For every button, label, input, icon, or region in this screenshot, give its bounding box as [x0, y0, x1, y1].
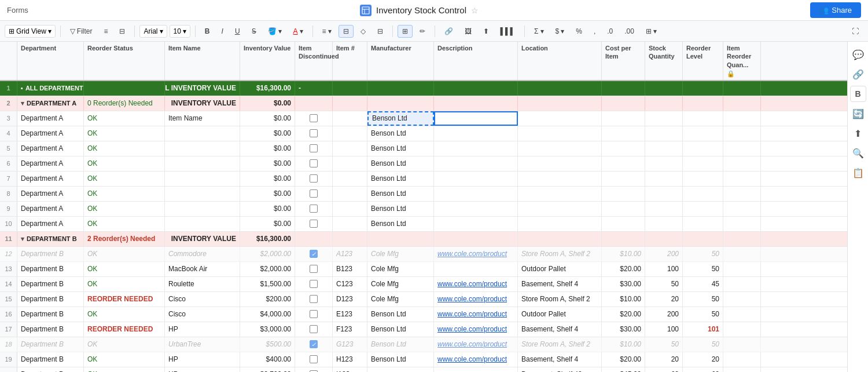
loc-cell[interactable]: Outdoor Pallet	[518, 307, 602, 322]
item-name-cell[interactable]: Commodore	[165, 247, 240, 261]
grid-view-dropdown[interactable]: ⊞ Grid View ▾	[5, 25, 56, 38]
checkbox[interactable]	[310, 144, 318, 152]
refresh-icon[interactable]: 🔄	[850, 105, 866, 122]
item-reorder-cell[interactable]	[723, 111, 761, 126]
forms-view-button[interactable]: ✏	[415, 25, 430, 38]
zoom-icon[interactable]: 🔍	[850, 145, 866, 161]
bold-button[interactable]: B	[200, 25, 215, 38]
column-button[interactable]: ⊟	[115, 25, 130, 38]
share-button[interactable]: 👥 Share	[810, 2, 861, 18]
mfr-cell[interactable]: Benson Ltd	[367, 172, 434, 186]
loc-cell[interactable]	[518, 187, 602, 201]
item-name-cell[interactable]: Item Name	[165, 111, 240, 126]
checkbox-checked[interactable]: ✓	[310, 340, 318, 348]
dept-cell[interactable]: Department A	[17, 126, 84, 141]
loc-cell[interactable]: Outdoor Pallet	[518, 262, 602, 276]
item-name-cell[interactable]: UrbanTree	[165, 337, 240, 352]
item-reorder-cell[interactable]	[723, 187, 761, 201]
item-name-cell[interactable]: Cisco	[165, 307, 240, 322]
forms-link[interactable]: Forms	[7, 6, 28, 14]
star-icon[interactable]: ☆	[471, 6, 479, 15]
item-disc-cell[interactable]	[295, 156, 333, 171]
desc-link[interactable]: www.cole.com/product	[437, 310, 507, 318]
inv-val-cell[interactable]: $200.00	[240, 292, 295, 307]
item-disc-cell[interactable]	[295, 126, 333, 141]
dept-cell[interactable]: Department B	[17, 352, 84, 367]
inv-val-cell[interactable]: $4,000.00	[240, 307, 295, 322]
inv-val-cell[interactable]: $500.00	[240, 337, 295, 352]
cost-cell[interactable]: $20.00	[602, 307, 645, 322]
item-reorder-cell[interactable]	[723, 322, 761, 337]
cost-cell[interactable]: $10.00	[602, 247, 645, 261]
reorder-lvl-cell[interactable]	[683, 202, 723, 216]
stock-qty-cell[interactable]: 200	[645, 307, 683, 322]
item-reorder-cell[interactable]	[723, 126, 761, 141]
inv-val-cell[interactable]: $2,000.00	[240, 247, 295, 261]
dept-cell[interactable]: Department A	[17, 111, 84, 126]
item-name-cell[interactable]: MacBook Air	[165, 262, 240, 276]
item-reorder-cell[interactable]	[723, 337, 761, 352]
mfr-cell[interactable]: Benson Ltd	[367, 126, 434, 141]
stock-qty-cell[interactable]: 20	[645, 292, 683, 307]
clipboard-icon[interactable]: 📋	[850, 165, 866, 181]
item-disc-cell[interactable]	[295, 172, 333, 186]
stock-qty-cell[interactable]: 100	[645, 262, 683, 276]
text-color-button[interactable]: A ▾	[289, 25, 308, 38]
reorder-cell[interactable]: OK	[84, 141, 165, 156]
desc-cell[interactable]: www.cole.com/product	[434, 247, 518, 261]
reorder-cell[interactable]: OK	[84, 187, 165, 201]
cost-cell[interactable]	[602, 172, 645, 186]
loc-cell[interactable]	[518, 202, 602, 216]
cost-cell[interactable]	[602, 187, 645, 201]
link-button[interactable]: 🔗	[440, 25, 458, 38]
item-disc-cell[interactable]	[295, 141, 333, 156]
dept-cell[interactable]: Department B	[17, 337, 84, 352]
reorder-cell[interactable]: OK	[84, 352, 165, 367]
item-num-cell[interactable]: H123	[333, 352, 367, 367]
dept-cell[interactable]: Department A	[17, 187, 84, 201]
loc-cell[interactable]	[518, 156, 602, 171]
mfr-cell[interactable]: Cole Mfg	[367, 247, 434, 261]
item-reorder-cell[interactable]	[723, 202, 761, 216]
item-disc-cell[interactable]	[295, 262, 333, 276]
item-reorder-cell[interactable]	[723, 277, 761, 291]
stock-qty-cell[interactable]	[645, 111, 683, 126]
item-num-cell[interactable]	[333, 156, 367, 171]
reorder-cell[interactable]: OK	[84, 277, 165, 291]
item-disc-cell[interactable]	[295, 111, 333, 126]
checkbox[interactable]	[310, 220, 318, 228]
item-name-cell[interactable]	[165, 126, 240, 141]
item-disc-cell[interactable]	[295, 217, 333, 231]
reorder-cell[interactable]: OK	[84, 217, 165, 231]
mfr-cell[interactable]	[367, 367, 434, 372]
stock-qty-cell[interactable]: 100	[645, 322, 683, 337]
inv-val-cell[interactable]: $0.00	[240, 126, 295, 141]
dept-cell[interactable]: Department B	[17, 307, 84, 322]
item-disc-cell[interactable]: ✓	[295, 247, 333, 261]
inv-val-cell[interactable]: $0.00	[240, 156, 295, 171]
item-disc-cell[interactable]	[295, 352, 333, 367]
item-disc-cell[interactable]	[295, 202, 333, 216]
item-reorder-cell[interactable]	[723, 307, 761, 322]
reorder-lvl-cell[interactable]	[683, 187, 723, 201]
item-num-cell[interactable]	[333, 111, 367, 126]
bold-sidebar-icon[interactable]: B	[850, 86, 866, 102]
inv-val-cell[interactable]: $3,000.00	[240, 322, 295, 337]
item-name-cell[interactable]: Roulette	[165, 277, 240, 291]
mfr-cell[interactable]: Benson Ltd	[367, 111, 434, 126]
desc-cell[interactable]: www.cole.com/product	[434, 307, 518, 322]
reorder-cell[interactable]: OK	[84, 202, 165, 216]
reorder-lvl-cell[interactable]: 50	[683, 247, 723, 261]
dept-cell[interactable]: Department A	[17, 156, 84, 171]
mfr-cell[interactable]: Benson Ltd	[367, 352, 434, 367]
format-button[interactable]: ⊟	[373, 25, 388, 38]
reorder-cell[interactable]: OK	[84, 156, 165, 171]
desc-cell[interactable]	[434, 202, 518, 216]
reorder-lvl-cell[interactable]: 101	[683, 322, 723, 337]
item-reorder-cell[interactable]	[723, 292, 761, 307]
checkbox[interactable]	[310, 174, 318, 183]
loc-cell[interactable]: Basement, Shelf 42	[518, 367, 602, 372]
dept-cell[interactable]: Department B	[17, 262, 84, 276]
item-name-cell[interactable]: HP	[165, 352, 240, 367]
checkbox-checked[interactable]: ✓	[310, 250, 318, 258]
